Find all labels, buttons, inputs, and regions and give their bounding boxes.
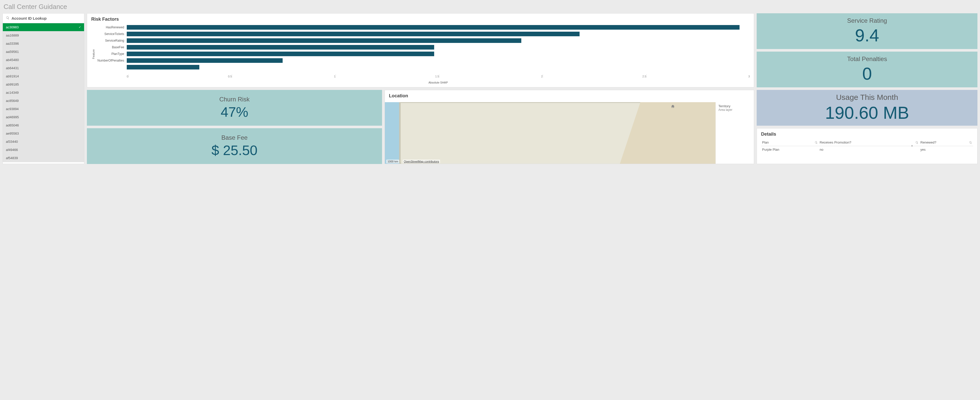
- chart-category-label: BaseFee: [96, 46, 125, 49]
- kpi-usage-label: Usage This Month: [836, 93, 898, 102]
- details-panel: Details PlanReceives Promotion?▲Renewed?…: [757, 128, 977, 164]
- chart-ylabel: Feature: [92, 49, 95, 59]
- account-item[interactable]: ab91914: [3, 72, 84, 81]
- account-item[interactable]: ac85649: [3, 97, 84, 105]
- location-title: Location: [385, 93, 754, 98]
- details-column-header[interactable]: Receives Promotion?▲: [819, 139, 920, 146]
- kpi-churn-risk[interactable]: Churn Risk 47%: [87, 90, 382, 126]
- chart-bar[interactable]: [127, 65, 199, 70]
- account-item[interactable]: ae95563: [3, 130, 84, 138]
- chart-bar[interactable]: [127, 52, 434, 56]
- kpi-churn-risk-value: 47%: [221, 104, 248, 120]
- chart-category-label: ServiceTickets: [96, 32, 125, 36]
- account-lookup-header[interactable]: Account ID Lookup: [3, 14, 84, 23]
- account-item[interactable]: af49466: [3, 146, 84, 154]
- details-column-header[interactable]: Plan: [761, 139, 818, 146]
- kpi-service-rating[interactable]: Service Rating 9.4: [757, 13, 977, 49]
- map[interactable]: NORTH AME 1000 km OpenStreetMap contribu…: [385, 102, 716, 164]
- chart-bar[interactable]: [127, 38, 521, 43]
- kpi-service-rating-label: Service Rating: [847, 17, 887, 24]
- kpi-total-penalties[interactable]: Total Penalties 0: [757, 52, 977, 87]
- account-list[interactable]: ac30983aa16889aa33396aa59561ab45480ab644…: [3, 23, 84, 164]
- kpi-usage-value: 190.60 MB: [825, 103, 909, 122]
- account-item[interactable]: af54839: [3, 154, 84, 162]
- chart-xlabel: Absolute SHAP: [126, 81, 750, 84]
- account-item[interactable]: ab45480: [3, 56, 84, 64]
- account-item[interactable]: ad65046: [3, 121, 84, 130]
- details-cell: yes: [920, 146, 973, 153]
- chart-xtick: 0.5: [128, 74, 232, 78]
- kpi-service-rating-value: 9.4: [855, 25, 879, 45]
- account-item[interactable]: ab99185: [3, 81, 84, 89]
- kpi-churn-risk-label: Churn Risk: [219, 96, 250, 103]
- details-table[interactable]: PlanReceives Promotion?▲Renewed?Purple P…: [761, 139, 973, 153]
- home-icon[interactable]: [671, 104, 675, 109]
- details-cell: no: [819, 146, 920, 153]
- chart-xtick: 1.5: [336, 74, 439, 78]
- map-scale: 1000 km: [387, 160, 399, 163]
- map-legend-title: Territory: [718, 104, 751, 108]
- kpi-total-penalties-label: Total Penalties: [847, 56, 887, 63]
- chart-xtick: 2.5: [543, 74, 646, 78]
- map-attribution[interactable]: OpenStreetMap contributors: [403, 160, 440, 163]
- risk-factors-panel: Risk Factors Feature HasRenewedServiceTi…: [87, 13, 754, 87]
- account-lookup-label: Account ID Lookup: [11, 16, 47, 21]
- account-sidebar: Account ID Lookup ac30983aa16889aa33396a…: [3, 13, 84, 164]
- details-title: Details: [761, 132, 973, 137]
- chart-category-label: PlanType: [96, 52, 125, 56]
- chart-xtick: 3: [646, 74, 750, 78]
- chart-category-label: ServiceRating: [96, 39, 125, 43]
- account-item[interactable]: aa16889: [3, 32, 84, 40]
- kpi-base-fee-value: $ 25.50: [212, 142, 257, 158]
- chart-bar[interactable]: [127, 32, 579, 36]
- account-item[interactable]: ad46995: [3, 113, 84, 121]
- chart-category-label: NumberOfPenalties: [96, 59, 125, 62]
- details-column-header[interactable]: Renewed?: [920, 139, 973, 146]
- kpi-base-fee[interactable]: Base Fee $ 25.50: [87, 128, 382, 164]
- account-item[interactable]: aa33396: [3, 40, 84, 48]
- account-item[interactable]: ac14349: [3, 89, 84, 97]
- kpi-usage[interactable]: Usage This Month 190.60 MB: [757, 90, 977, 126]
- map-legend: Territory Area layer: [716, 102, 754, 164]
- kpi-total-penalties-value: 0: [862, 63, 872, 84]
- account-item[interactable]: af33440: [3, 138, 84, 146]
- risk-factors-title: Risk Factors: [91, 17, 750, 22]
- map-legend-sub: Area layer: [718, 108, 751, 112]
- search-icon: [6, 16, 10, 21]
- chart-bar[interactable]: [127, 45, 434, 49]
- account-item[interactable]: ac93894: [3, 105, 84, 113]
- chart-xtick: 1: [232, 74, 335, 78]
- kpi-base-fee-label: Base Fee: [221, 134, 248, 141]
- chart-bar[interactable]: [127, 25, 740, 30]
- account-item[interactable]: aa59561: [3, 48, 84, 56]
- account-item[interactable]: ac30983: [3, 23, 84, 32]
- details-row[interactable]: Purple Plannoyes: [761, 146, 973, 153]
- details-cell: Purple Plan: [761, 146, 818, 153]
- chart-xtick: 2: [439, 74, 542, 78]
- account-item[interactable]: ab64431: [3, 64, 84, 72]
- location-panel: Location NORTH AME 1000 km OpenStreetMap…: [385, 90, 754, 164]
- page-title: Call Center Guidance: [3, 3, 977, 11]
- chart-category-label: HasRenewed: [96, 25, 125, 29]
- chart-bar[interactable]: [127, 58, 283, 63]
- risk-factors-chart[interactable]: HasRenewedServiceTicketsServiceRatingBas…: [96, 24, 750, 84]
